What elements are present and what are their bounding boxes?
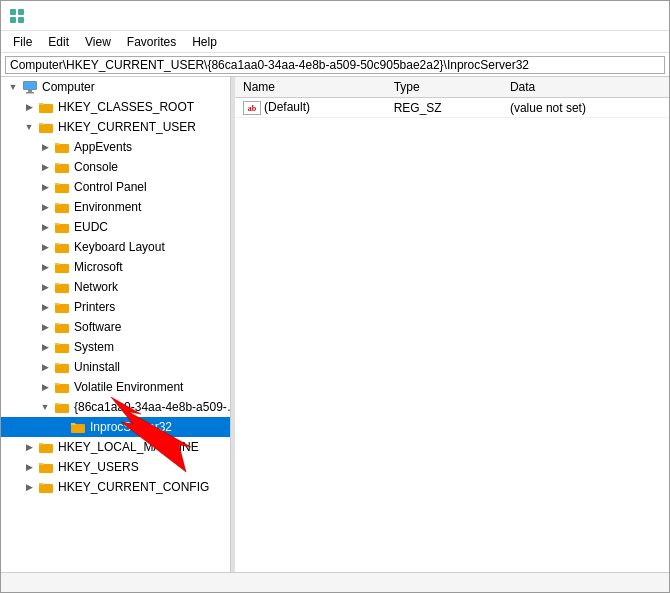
expand-btn-keyboardlayout[interactable]: [37, 239, 53, 255]
expand-btn-microsoft[interactable]: [37, 259, 53, 275]
tree-item-environment[interactable]: Environment: [1, 197, 230, 217]
svg-rect-2: [10, 17, 16, 23]
expand-btn-console[interactable]: [37, 159, 53, 175]
svg-rect-10: [55, 144, 69, 153]
menu-item-file[interactable]: File: [5, 33, 40, 51]
content-split: ComputerHKEY_CLASSES_ROOTHKEY_CURRENT_US…: [1, 77, 669, 572]
menu-item-view[interactable]: View: [77, 33, 119, 51]
expand-btn-guid[interactable]: [37, 399, 53, 415]
expand-btn-printers[interactable]: [37, 299, 53, 315]
folder-icon: [53, 279, 71, 295]
tree-item-appevents[interactable]: AppEvents: [1, 137, 230, 157]
tree-label-software: Software: [74, 320, 121, 334]
folder-icon: [53, 399, 71, 415]
tree-item-microsoft[interactable]: Microsoft: [1, 257, 230, 277]
svg-rect-6: [28, 90, 32, 92]
expand-btn-network[interactable]: [37, 279, 53, 295]
folder-icon: [53, 379, 71, 395]
folder-icon: [53, 199, 71, 215]
svg-rect-25: [39, 444, 53, 453]
svg-rect-12: [55, 184, 69, 193]
tree-label-appevents: AppEvents: [74, 140, 132, 154]
expand-btn-hkcc[interactable]: [21, 479, 37, 495]
expand-btn-computer[interactable]: [5, 79, 21, 95]
col-data: Data: [502, 77, 669, 98]
folder-icon: [53, 139, 71, 155]
svg-rect-9: [39, 124, 53, 133]
tree-item-system[interactable]: System: [1, 337, 230, 357]
address-bar: [1, 53, 669, 77]
folder-icon: [37, 459, 55, 475]
svg-rect-0: [10, 9, 16, 15]
expand-btn-controlpanel[interactable]: [37, 179, 53, 195]
svg-rect-8: [39, 104, 53, 113]
tree-item-hkcc[interactable]: HKEY_CURRENT_CONFIG: [1, 477, 230, 497]
minimize-button[interactable]: [523, 1, 569, 31]
tree-label-computer: Computer: [42, 80, 95, 94]
tree-label-hkcr: HKEY_CLASSES_ROOT: [58, 100, 194, 114]
tree-item-hkcu[interactable]: HKEY_CURRENT_USER: [1, 117, 230, 137]
expand-btn-volatile[interactable]: [37, 379, 53, 395]
expand-btn-appevents[interactable]: [37, 139, 53, 155]
svg-rect-22: [55, 384, 69, 393]
values-scroll[interactable]: Name Type Data ab(Default)REG_SZ(value n…: [235, 77, 669, 572]
expand-btn-hku[interactable]: [21, 459, 37, 475]
ab-icon: ab: [243, 101, 261, 115]
svg-rect-26: [39, 464, 53, 473]
tree-item-network[interactable]: Network: [1, 277, 230, 297]
tree-item-eudc[interactable]: EUDC: [1, 217, 230, 237]
svg-rect-27: [39, 484, 53, 493]
tree-item-printers[interactable]: Printers: [1, 297, 230, 317]
menu-item-help[interactable]: Help: [184, 33, 225, 51]
folder-icon: [53, 339, 71, 355]
expand-btn-eudc[interactable]: [37, 219, 53, 235]
tree-item-hku[interactable]: HKEY_USERS: [1, 457, 230, 477]
svg-rect-5: [24, 82, 36, 89]
folder-icon: [53, 239, 71, 255]
svg-rect-16: [55, 264, 69, 273]
address-input[interactable]: [5, 56, 665, 74]
menu-item-edit[interactable]: Edit: [40, 33, 77, 51]
tree-item-hkcr[interactable]: HKEY_CLASSES_ROOT: [1, 97, 230, 117]
registry-tree[interactable]: ComputerHKEY_CLASSES_ROOTHKEY_CURRENT_US…: [1, 77, 231, 572]
close-button[interactable]: [615, 1, 661, 31]
expand-btn-system[interactable]: [37, 339, 53, 355]
expand-btn-hklm[interactable]: [21, 439, 37, 455]
tree-item-hklm[interactable]: HKEY_LOCAL_MACHINE: [1, 437, 230, 457]
maximize-button[interactable]: [569, 1, 615, 31]
value-type: REG_SZ: [386, 98, 502, 118]
tree-item-inprocserver32[interactable]: InprocServer32: [1, 417, 230, 437]
menu-item-favorites[interactable]: Favorites: [119, 33, 184, 51]
tree-label-uninstall: Uninstall: [74, 360, 120, 374]
col-name: Name: [235, 77, 386, 98]
folder-icon: [53, 319, 71, 335]
value-name: ab(Default): [235, 98, 386, 118]
tree-item-guid[interactable]: {86ca1aa0-34aa-4e8b-a509-…: [1, 397, 230, 417]
expand-btn-hkcr[interactable]: [21, 99, 37, 115]
tree-label-hklm: HKEY_LOCAL_MACHINE: [58, 440, 199, 454]
folder-icon: [53, 159, 71, 175]
tree-item-controlpanel[interactable]: Control Panel: [1, 177, 230, 197]
expand-btn-software[interactable]: [37, 319, 53, 335]
expand-btn-uninstall[interactable]: [37, 359, 53, 375]
tree-item-computer[interactable]: Computer: [1, 77, 230, 97]
svg-rect-3: [18, 17, 24, 23]
tree-item-software[interactable]: Software: [1, 317, 230, 337]
tree-label-microsoft: Microsoft: [74, 260, 123, 274]
tree-item-uninstall[interactable]: Uninstall: [1, 357, 230, 377]
tree-label-environment: Environment: [74, 200, 141, 214]
tree-item-console[interactable]: Console: [1, 157, 230, 177]
tree-item-keyboardlayout[interactable]: Keyboard Layout: [1, 237, 230, 257]
table-row[interactable]: ab(Default)REG_SZ(value not set): [235, 98, 669, 118]
folder-icon: [53, 219, 71, 235]
svg-rect-1: [18, 9, 24, 15]
expand-btn-environment[interactable]: [37, 199, 53, 215]
title-bar: [1, 1, 669, 31]
registry-editor-window: FileEditViewFavoritesHelp ComputerHKEY_C…: [0, 0, 670, 593]
col-type: Type: [386, 77, 502, 98]
svg-rect-13: [55, 204, 69, 213]
tree-item-volatile[interactable]: Volatile Environment: [1, 377, 230, 397]
folder-icon: [69, 419, 87, 435]
tree-label-guid: {86ca1aa0-34aa-4e8b-a509-…: [74, 400, 231, 414]
expand-btn-hkcu[interactable]: [21, 119, 37, 135]
